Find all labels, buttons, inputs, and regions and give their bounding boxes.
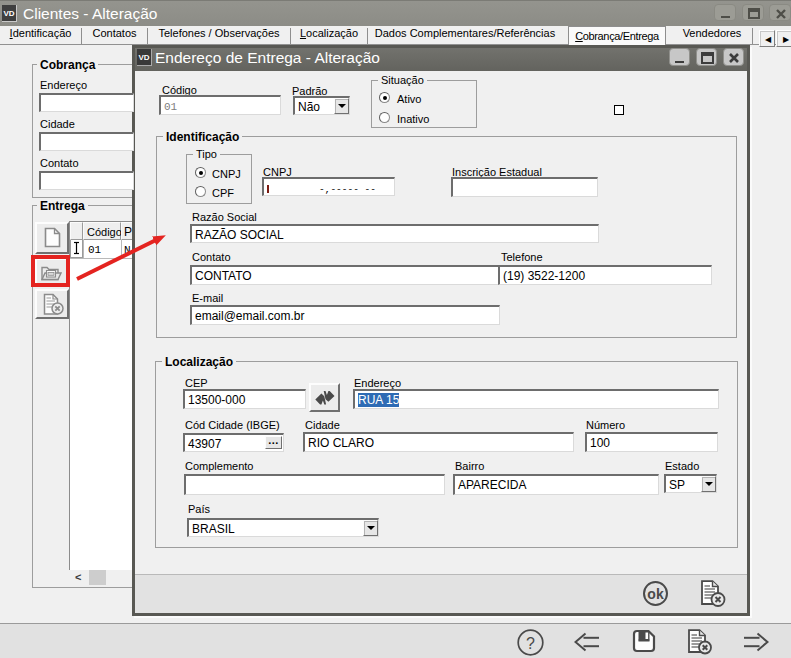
svg-text:?: ? bbox=[526, 635, 535, 652]
svg-text:ok: ok bbox=[647, 586, 664, 602]
